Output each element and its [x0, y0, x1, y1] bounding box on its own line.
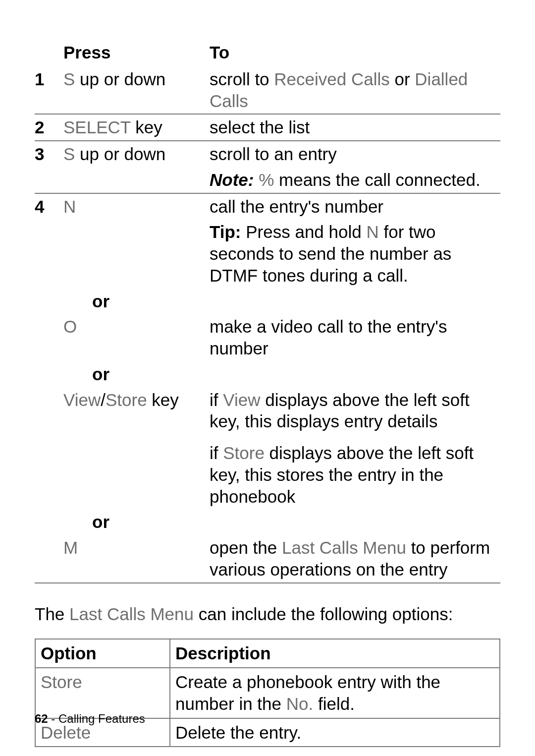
option-desc: Delete the entry.	[170, 718, 500, 747]
key-s: S	[63, 69, 80, 89]
step-num: 1	[35, 66, 63, 115]
key-store: Store	[106, 390, 147, 409]
text: key	[135, 117, 162, 137]
header-to: To	[210, 40, 500, 66]
text: open the	[210, 538, 282, 557]
or-label: or	[63, 289, 500, 314]
step-press: S up or down	[63, 66, 210, 115]
received-calls: Received Calls	[274, 69, 389, 89]
option-desc: Create a phonebook entry with the number…	[170, 668, 500, 718]
step-to: if View displays above the left soft key…	[210, 387, 500, 435]
header-description: Description	[170, 639, 500, 668]
text: -	[48, 712, 58, 725]
text: /	[101, 390, 106, 409]
blank	[63, 167, 210, 193]
text: key	[147, 390, 179, 409]
no-field: No.	[286, 694, 313, 713]
tip-label: Tip:	[210, 222, 241, 241]
key-s: S	[63, 144, 80, 164]
blank	[35, 509, 63, 535]
step-num: 2	[35, 114, 63, 141]
key-n: N	[366, 222, 378, 241]
paragraph: The Last Calls Menu can include the foll…	[35, 603, 500, 625]
step-to: open the Last Calls Menu to perform vari…	[210, 535, 500, 583]
blank	[63, 434, 210, 509]
step-note: Note: % means the call connected.	[210, 167, 500, 193]
header-press: Press	[63, 40, 210, 66]
last-calls-menu: Last Calls Menu	[69, 604, 194, 624]
text: field.	[313, 694, 355, 713]
text: scroll to	[210, 69, 274, 89]
text: The	[35, 604, 69, 624]
page-footer: 62 - Calling Features	[35, 711, 145, 726]
step-press: M	[63, 535, 210, 583]
blank	[35, 535, 63, 583]
step-press: O	[63, 314, 210, 361]
step-to: select the list	[210, 114, 500, 141]
note-label: Note:	[210, 170, 254, 189]
options-table: Option Description Store Create a phoneb…	[35, 639, 500, 747]
step-press: S up or down	[63, 141, 210, 167]
or-label: or	[63, 509, 500, 535]
step-to: scroll to Received Calls or Dialled Call…	[210, 66, 500, 115]
blank	[35, 219, 63, 288]
blank	[63, 219, 210, 288]
blank	[35, 434, 63, 509]
step-tip: Tip: Press and hold N for two seconds to…	[210, 219, 500, 288]
header-option: Option	[35, 639, 170, 668]
page-number: 62	[35, 712, 48, 725]
blank	[35, 314, 63, 361]
step-press: View/Store key	[63, 387, 210, 435]
key-view: View	[63, 390, 101, 409]
text: or	[390, 69, 415, 89]
key-select: SELECT	[63, 117, 135, 137]
text: Press and hold	[241, 222, 367, 241]
step-press: N	[63, 193, 210, 220]
step-num: 4	[35, 193, 63, 220]
last-calls-menu: Last Calls Menu	[282, 538, 406, 557]
text: up or down	[80, 69, 165, 89]
step-to: call the entry's number	[210, 193, 500, 220]
blank	[35, 40, 63, 66]
option-store: Store	[35, 668, 170, 718]
step-num: 3	[35, 141, 63, 167]
key-store: Store	[223, 443, 265, 463]
text: if	[210, 443, 223, 463]
step-to: scroll to an entry	[210, 141, 500, 167]
text: if	[210, 390, 223, 409]
text: can include the following options:	[194, 604, 453, 624]
step-to: make a video call to the entry's number	[210, 314, 500, 361]
text: up or down	[80, 144, 165, 164]
step-to: if Store displays above the left soft ke…	[210, 434, 500, 509]
section-title: Calling Features	[58, 712, 145, 725]
or-label: or	[63, 361, 500, 387]
key-view: View	[223, 390, 260, 409]
text: means the call connected.	[279, 170, 481, 189]
blank	[35, 289, 63, 314]
page: Press To 1 S up or down scroll to Receiv…	[0, 0, 535, 756]
steps-table: Press To 1 S up or down scroll to Receiv…	[35, 40, 500, 583]
blank	[35, 167, 63, 193]
blank	[35, 387, 63, 435]
step-press: SELECT key	[63, 114, 210, 141]
blank	[35, 361, 63, 387]
note-symbol: %	[254, 170, 279, 189]
